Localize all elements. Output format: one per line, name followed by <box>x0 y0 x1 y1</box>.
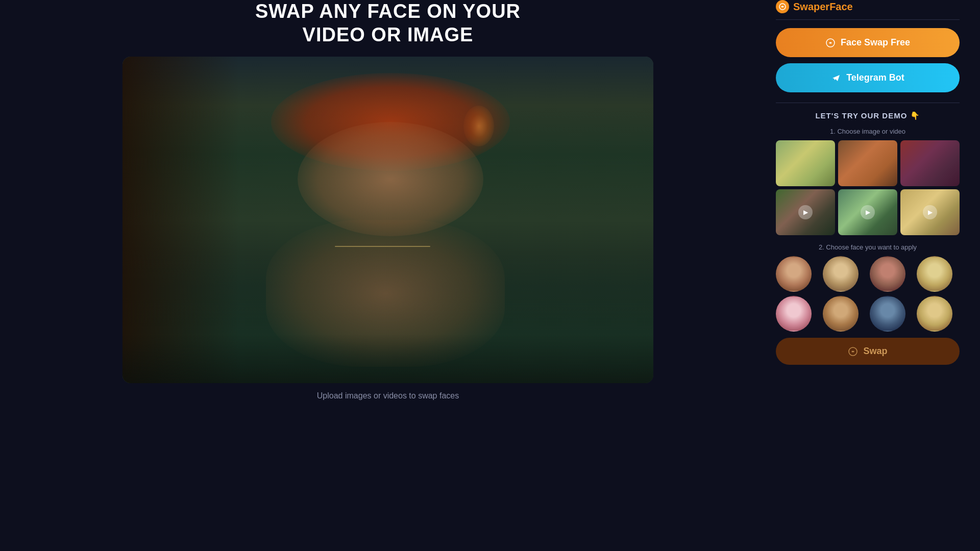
demo-section: LET'S TRY OUR DEMO 👇 1. Choose image or … <box>776 103 960 365</box>
grid-item-3[interactable] <box>900 140 960 186</box>
face-avatar-3[interactable] <box>870 256 905 292</box>
grid-item-1[interactable] <box>776 140 835 186</box>
main-image-area <box>122 57 653 383</box>
telegram-icon <box>831 73 841 83</box>
face-avatar-1[interactable] <box>776 256 812 292</box>
face-swap-free-button[interactable]: Face Swap Free <box>776 28 960 57</box>
image-video-grid: ▶ ▶ ▶ <box>776 140 960 235</box>
swap-button[interactable]: Swap <box>776 338 960 365</box>
face-avatar-7[interactable] <box>870 296 905 332</box>
face-chooser-grid <box>776 256 960 332</box>
play-icon-4: ▶ <box>798 205 813 219</box>
step1-label: 1. Choose image or video <box>776 128 960 135</box>
face-avatar-6[interactable] <box>823 296 859 332</box>
grid-item-6[interactable]: ▶ <box>900 189 960 235</box>
grid-item-2[interactable] <box>838 140 897 186</box>
face-avatar-8[interactable] <box>917 296 952 332</box>
step2-label: 2. Choose face you want to apply <box>776 243 960 251</box>
play-icon-6: ▶ <box>923 205 937 219</box>
play-icon-5: ▶ <box>861 205 875 219</box>
sidebar-logo-text: SwaperFace <box>793 1 853 13</box>
sidebar-logo-icon <box>776 0 789 13</box>
face-avatar-2[interactable] <box>823 256 859 292</box>
grid-item-5[interactable]: ▶ <box>838 189 897 235</box>
swap-button-icon <box>848 346 858 357</box>
face-swap-icon <box>825 38 836 48</box>
page-title: SWAP ANY FACE ON YOUR VIDEO OR IMAGE <box>255 0 521 46</box>
sidebar-logo: SwaperFace <box>776 0 960 20</box>
demo-title: LET'S TRY OUR DEMO 👇 <box>776 111 960 120</box>
grid-item-4[interactable]: ▶ <box>776 189 835 235</box>
telegram-bot-button[interactable]: Telegram Bot <box>776 63 960 92</box>
face-avatar-4[interactable] <box>917 256 952 292</box>
face-avatar-5[interactable] <box>776 296 812 332</box>
upload-hint: Upload images or videos to swap faces <box>317 391 459 400</box>
